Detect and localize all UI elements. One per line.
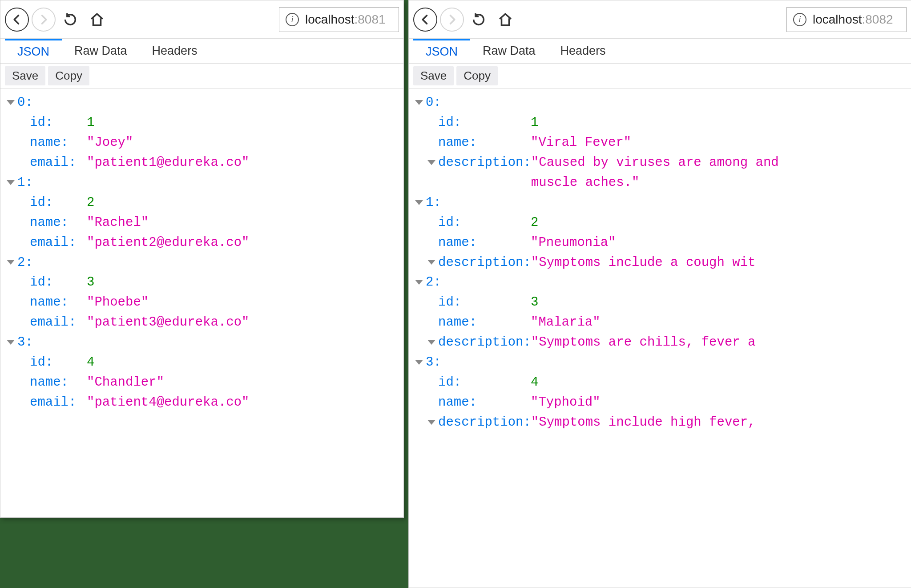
json-value-number: 3 [87, 273, 94, 293]
json-index-row[interactable]: 1: [415, 193, 905, 213]
url-bar[interactable]: i localhost:8081 [279, 7, 399, 32]
json-prop-row: name:"Typhoid" [415, 393, 905, 413]
save-button[interactable]: Save [413, 66, 454, 85]
json-value-string: "Chandler" [87, 373, 164, 393]
json-key: id: [7, 273, 87, 293]
chevron-down-icon[interactable] [415, 280, 423, 285]
json-index-row[interactable]: 2: [7, 253, 397, 273]
json-prop-row: description:"Symptoms include a cough wi… [415, 253, 905, 273]
home-button[interactable] [493, 8, 517, 32]
chevron-down-icon[interactable] [415, 100, 423, 105]
toolbar: i localhost:8082 [409, 0, 911, 39]
json-value-number: 1 [531, 113, 538, 133]
json-value-string: "patient2@edureka.co" [87, 233, 249, 253]
json-value-string: "Symptoms include a cough wit [531, 253, 756, 273]
home-button[interactable] [85, 8, 109, 32]
reload-button[interactable] [58, 8, 82, 32]
json-value-string: "Typhoid" [531, 393, 601, 413]
json-key[interactable]: description: [415, 333, 531, 353]
tab-headers[interactable]: Headers [140, 39, 210, 63]
json-index-row[interactable]: 3: [415, 353, 905, 373]
reload-button[interactable] [467, 8, 491, 32]
chevron-down-icon[interactable] [415, 200, 423, 205]
json-value-string: "Joey" [87, 133, 133, 153]
json-key: id: [415, 113, 531, 133]
json-key: name: [7, 373, 87, 393]
json-key: id: [415, 293, 531, 313]
json-prop-row: email:"patient2@edureka.co" [7, 233, 397, 253]
json-index-row[interactable]: 0: [7, 93, 397, 113]
tab-raw-data[interactable]: Raw Data [62, 39, 140, 63]
browser-right: i localhost:8082 JSON Raw Data Headers S… [408, 0, 911, 588]
json-index-row[interactable]: 0: [415, 93, 905, 113]
chevron-down-icon[interactable] [427, 340, 435, 345]
json-key[interactable]: description: [415, 253, 531, 273]
browser-left: i localhost:8081 JSON Raw Data Headers S… [0, 0, 404, 518]
json-key: id: [415, 373, 531, 393]
json-key: name: [7, 293, 87, 313]
chevron-down-icon[interactable] [427, 160, 435, 165]
copy-button[interactable]: Copy [48, 66, 89, 85]
json-index-row[interactable]: 1: [7, 173, 397, 193]
save-button[interactable]: Save [5, 66, 45, 85]
json-prop-row: description:"Caused by viruses are among… [415, 153, 905, 193]
chevron-down-icon[interactable] [7, 260, 15, 265]
json-prop-row: name:"Pneumonia" [415, 233, 905, 253]
chevron-down-icon[interactable] [427, 420, 435, 425]
json-prop-row: id:4 [415, 373, 905, 393]
json-value-string: "patient1@edureka.co" [87, 153, 249, 173]
chevron-down-icon[interactable] [427, 260, 435, 265]
json-value-string: "patient4@edureka.co" [87, 393, 249, 413]
viewer-actions: Save Copy [409, 64, 911, 89]
json-value-number: 1 [87, 113, 94, 133]
info-icon[interactable]: i [286, 13, 299, 26]
tab-raw-data[interactable]: Raw Data [470, 39, 548, 63]
json-index-row[interactable]: 3: [7, 333, 397, 353]
json-value-number: 4 [531, 373, 538, 393]
json-key: email: [7, 393, 87, 413]
json-value-number: 4 [87, 353, 94, 373]
chevron-down-icon[interactable] [415, 360, 423, 365]
json-prop-row: id:1 [415, 113, 905, 133]
url-bar[interactable]: i localhost:8082 [786, 7, 907, 32]
json-key: name: [7, 213, 87, 233]
tab-json[interactable]: JSON [413, 39, 470, 63]
back-button[interactable] [413, 8, 437, 32]
json-key: id: [7, 113, 87, 133]
viewer-actions: Save Copy [0, 64, 403, 89]
json-prop-row: name:"Phoebe" [7, 293, 397, 313]
forward-button[interactable] [440, 8, 464, 32]
json-key: name: [415, 233, 531, 253]
json-prop-row: id:3 [415, 293, 905, 313]
json-value-string: "Pneumonia" [531, 233, 616, 253]
toolbar: i localhost:8081 [0, 0, 403, 39]
json-prop-row: description:"Symptoms are chills, fever … [415, 333, 905, 353]
json-prop-row: id:3 [7, 273, 397, 293]
json-key[interactable]: description: [415, 153, 531, 193]
json-value-string: "patient3@edureka.co" [87, 313, 249, 333]
json-key: email: [7, 153, 87, 173]
json-prop-row: email:"patient4@edureka.co" [7, 393, 397, 413]
json-viewer: 0:id:1name:"Viral Fever"description:"Cau… [409, 89, 911, 588]
chevron-down-icon[interactable] [7, 180, 15, 185]
json-index-row[interactable]: 2: [415, 273, 905, 293]
json-key[interactable]: description: [415, 413, 531, 433]
tab-headers[interactable]: Headers [548, 39, 618, 63]
json-prop-row: email:"patient1@edureka.co" [7, 153, 397, 173]
json-key: id: [415, 213, 531, 233]
json-value-string: "Phoebe" [87, 293, 149, 313]
info-icon[interactable]: i [793, 13, 806, 26]
tab-json[interactable]: JSON [5, 39, 62, 63]
back-button[interactable] [5, 8, 29, 32]
forward-button[interactable] [32, 8, 56, 32]
json-prop-row: id:2 [7, 193, 397, 213]
json-prop-row: id:4 [7, 353, 397, 373]
json-value-number: 2 [531, 213, 538, 233]
json-key: email: [7, 233, 87, 253]
json-value-string: "Symptoms include high fever, [531, 413, 756, 433]
json-prop-row: name:"Joey" [7, 133, 397, 153]
chevron-down-icon[interactable] [7, 100, 15, 105]
json-key: id: [7, 193, 87, 213]
copy-button[interactable]: Copy [456, 66, 498, 85]
chevron-down-icon[interactable] [7, 340, 15, 345]
